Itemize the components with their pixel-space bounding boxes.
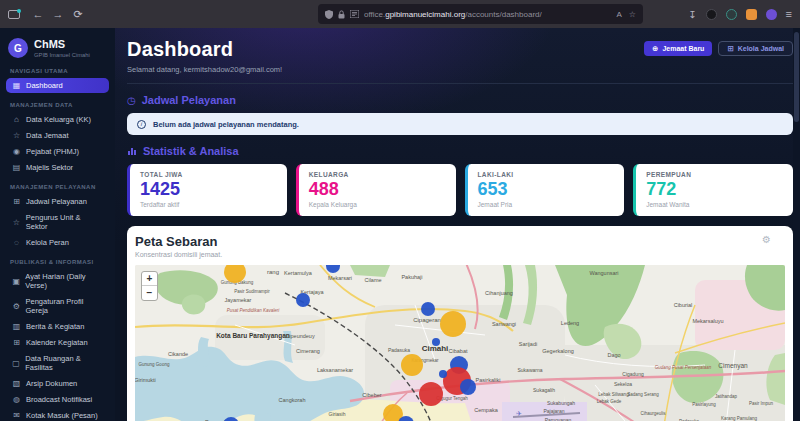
sidebar-item-majelis-sektor[interactable]: ▤Majelis Sektor <box>6 160 109 175</box>
sidebar-item-label: Data Ruangan & Fasilitas <box>25 354 103 372</box>
nav-section-label: MANAJEMEN PELAYANAN <box>10 184 105 190</box>
stat-card-total-jiwa: TOTAL JIWA1425Terdaftar aktif <box>127 164 287 216</box>
map-marker-blue[interactable] <box>439 370 447 378</box>
sidebar-item-label: Pengurus Unit & Sektor <box>26 213 103 231</box>
sidebar: G ChMS GPIB Imanuel Cimahi NAVIGASI UTAM… <box>0 28 115 421</box>
stat-sublabel: Jemaat Wanita <box>646 201 783 208</box>
map-marker-blue[interactable] <box>326 265 340 273</box>
map-marker-blue[interactable] <box>432 338 440 346</box>
sidebar-item-pejabat-phmj[interactable]: ◉Pejabat (PHMJ) <box>6 144 109 159</box>
sidebar-item-label: Majelis Sektor <box>26 163 73 172</box>
forward-icon[interactable]: → <box>50 8 66 20</box>
sidebar-item-label: Data Keluarga (KK) <box>26 115 91 124</box>
url-text: office.gpibimanuelcimahi.org/accounts/da… <box>364 10 542 19</box>
map-marker-yellow[interactable] <box>440 311 466 337</box>
broadcast-icon: ◍ <box>12 395 21 404</box>
member-data-icon: ☆ <box>12 131 21 140</box>
screen: ← → ⟳ office.gpibimanuelcimahi.org/accou… <box>0 0 800 421</box>
stat-label: TOTAL JIWA <box>140 171 277 178</box>
bookmark-star-icon[interactable]: ☆ <box>629 10 636 19</box>
stat-value: 1425 <box>140 180 277 199</box>
sidebar-item-arsip-dokumen[interactable]: ▧Arsip Dokumen <box>6 376 109 391</box>
zoom-out-button[interactable]: − <box>142 286 157 300</box>
extension-icon[interactable] <box>726 9 737 20</box>
sidebar-item-label: Pengaturan Profil Gereja <box>25 297 103 315</box>
stat-label: PEREMPUAN <box>646 171 783 178</box>
browser-toolbar: ← → ⟳ office.gpibimanuelcimahi.org/accou… <box>0 0 800 28</box>
stat-label: KELUARGA <box>309 171 446 178</box>
menu-icon[interactable]: ≡ <box>786 8 792 20</box>
dashboard-icon: ▦ <box>12 81 21 90</box>
stat-value: 488 <box>309 180 446 199</box>
stat-value: 653 <box>478 180 615 199</box>
no-schedule-alert: i Belum ada jadwal pelayanan mendatang. <box>127 113 793 135</box>
page-scrollbar[interactable] <box>793 28 800 421</box>
sidebar-item-dashboard[interactable]: ▦Dashboard <box>6 78 109 93</box>
scrollbar-thumb[interactable] <box>794 32 799 122</box>
sidebar-item-label: Data Jemaat <box>26 131 69 140</box>
map-marker-yellow[interactable] <box>383 404 403 421</box>
map-markers-layer <box>135 265 785 421</box>
plus-icon: ⊕ <box>652 44 658 53</box>
sidebar-item-pengaturan-profil-gereja[interactable]: ⚙Pengaturan Profil Gereja <box>6 294 109 318</box>
manage-schedule-button[interactable]: ⊞ Kelola Jadwal <box>718 41 793 56</box>
sidebar-item-data-ruangan-fasilitas[interactable]: ▢Data Ruangan & Fasilitas <box>6 351 109 375</box>
extension-icon[interactable] <box>706 9 717 20</box>
translate-icon[interactable]: A <box>616 10 621 19</box>
leaflet-map[interactable]: rangKertamulyaMekarsariCilamePakuhajiWan… <box>135 265 785 421</box>
gear-icon[interactable]: ⚙ <box>762 234 771 245</box>
map-marker-yellow[interactable] <box>401 354 423 376</box>
map-subtitle: Konsentrasi domisili jemaat. <box>135 251 222 258</box>
sidebar-item-jadwal-pelayanan[interactable]: ⊞Jadwal Pelayanan <box>6 194 109 209</box>
stats-row: TOTAL JIWA1425Terdaftar aktifKELUARGA488… <box>127 164 793 216</box>
extension-icon[interactable] <box>766 9 777 20</box>
tab-icon[interactable] <box>8 10 20 19</box>
sidebar-item-label: Kotak Masuk (Pesan) <box>26 411 98 420</box>
shield-icon[interactable] <box>325 10 333 19</box>
stat-card-laki-laki: LAKI-LAKI653Jemaat Pria <box>465 164 625 216</box>
app-name: ChMS <box>34 38 90 50</box>
sidebar-item-label: Arsip Dokumen <box>26 379 77 388</box>
role-management-icon: ◌ <box>12 238 21 247</box>
stat-value: 772 <box>646 180 783 199</box>
map-marker-blue[interactable] <box>421 302 435 316</box>
app-logo[interactable]: G ChMS GPIB Imanuel Cimahi <box>8 38 107 58</box>
map-marker-blue[interactable] <box>460 379 476 395</box>
nav-section-label: NAVIGASI UTAMA <box>10 68 105 74</box>
sidebar-item-kalender-kegiatan[interactable]: ⊞Kalender Kegiatan <box>6 335 109 350</box>
distribution-map-card: Peta Sebaran Konsentrasi domisili jemaat… <box>127 226 793 421</box>
new-member-button[interactable]: ⊕ Jemaat Baru <box>644 41 712 56</box>
map-marker-red[interactable] <box>419 382 443 406</box>
zoom-in-button[interactable]: + <box>142 272 157 286</box>
back-icon[interactable]: ← <box>30 8 46 20</box>
reload-icon[interactable]: ⟳ <box>70 8 86 21</box>
map-marker-blue[interactable] <box>296 293 310 307</box>
sidebar-item-label: Kalender Kegiatan <box>26 338 88 347</box>
reader-mode-icon[interactable] <box>350 10 359 18</box>
sidebar-item-broadcast-notifikasi[interactable]: ◍Broadcast Notifikasi <box>6 392 109 407</box>
map-zoom-control: + − <box>141 271 158 301</box>
map-marker-blue[interactable] <box>223 417 239 421</box>
page-title: Dashboard <box>127 38 282 61</box>
sidebar-item-kotak-masuk-pesan[interactable]: ✉Kotak Masuk (Pesan) <box>6 408 109 421</box>
sidebar-item-data-jemaat[interactable]: ☆Data Jemaat <box>6 128 109 143</box>
map-marker-yellow[interactable] <box>224 265 246 283</box>
sidebar-item-kelola-peran[interactable]: ◌Kelola Peran <box>6 235 109 250</box>
family-data-icon: ⌂ <box>12 115 21 124</box>
info-icon: i <box>137 120 146 129</box>
sidebar-item-label: Ayat Harian (Daily Verse) <box>25 272 103 290</box>
sidebar-item-data-keluarga-kk[interactable]: ⌂Data Keluarga (KK) <box>6 112 109 127</box>
sidebar-item-berita-kegiatan[interactable]: ▥Berita & Kegiatan <box>6 319 109 334</box>
clock-icon: ◷ <box>127 95 136 106</box>
lock-icon[interactable] <box>338 10 345 19</box>
url-bar[interactable]: office.gpibimanuelcimahi.org/accounts/da… <box>318 4 643 24</box>
unit-board-icon: ☆ <box>12 218 21 227</box>
sidebar-item-pengurus-unit-sektor[interactable]: ☆Pengurus Unit & Sektor <box>6 210 109 234</box>
calendar-icon: ⊞ <box>727 44 733 53</box>
sidebar-item-label: Dashboard <box>26 81 63 90</box>
schedule-section-heading: ◷ Jadwal Pelayanan <box>127 94 793 106</box>
sidebar-item-ayat-harian-daily-verse[interactable]: ▣Ayat Harian (Daily Verse) <box>6 269 109 293</box>
downloads-icon[interactable]: ↧ <box>688 9 696 20</box>
sidebar-nav: NAVIGASI UTAMA▦DashboardMANAJEMEN DATA⌂D… <box>6 68 109 421</box>
extension-icon[interactable] <box>746 9 757 20</box>
